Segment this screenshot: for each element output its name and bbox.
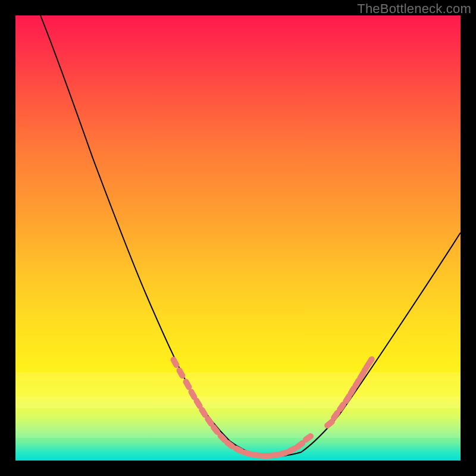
watermark-text: TheBottleneck.com xyxy=(357,1,471,17)
chart-svg xyxy=(15,15,461,461)
highlighted-points xyxy=(170,355,376,459)
chart-plot-area xyxy=(15,15,461,461)
bottleneck-curve xyxy=(40,15,461,457)
